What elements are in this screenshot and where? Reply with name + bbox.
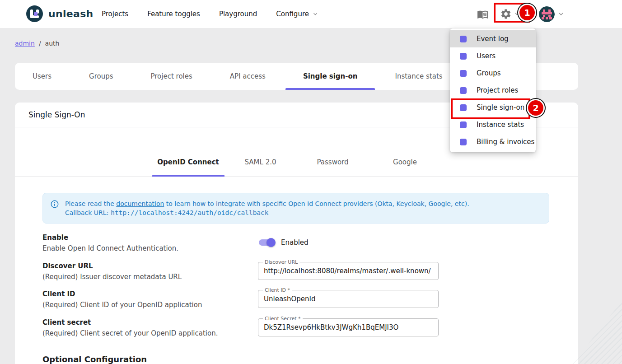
tab-project-roles-label: Project roles xyxy=(151,72,192,80)
menu-item-groups-label: Groups xyxy=(477,69,500,77)
client-id-input-label: Client ID * xyxy=(263,287,292,293)
menu-item-groups[interactable]: Groups xyxy=(450,65,536,82)
menu-item-single-sign-on[interactable]: Single sign-on xyxy=(450,99,536,116)
client-id-labels: Client ID (Required) Client ID of your O… xyxy=(42,290,258,309)
settings-gear-icon[interactable] xyxy=(500,8,512,20)
callback-url-label: Callback URL: xyxy=(65,209,108,216)
documentation-book-icon[interactable] xyxy=(477,9,488,20)
nav-playground-label: Playground xyxy=(219,10,257,18)
menu-item-single-sign-on-label: Single sign-on xyxy=(477,103,524,112)
client-id-field: Client ID * xyxy=(258,290,439,308)
client-secret-input-label: Client Secret * xyxy=(263,316,303,322)
menu-item-billing-invoices-label: Billing & invoices xyxy=(477,138,534,146)
menu-item-project-roles[interactable]: Project roles xyxy=(450,82,536,99)
unleash-logo[interactable]: unleash xyxy=(26,5,94,22)
page-title: Single Sign-On xyxy=(28,110,85,119)
tab-api-access[interactable]: API access xyxy=(212,63,283,90)
menu-square-icon xyxy=(460,104,467,111)
nav-configure[interactable]: Configure xyxy=(276,10,318,18)
documentation-link[interactable]: documentation xyxy=(116,200,164,207)
unleash-logo-icon xyxy=(26,5,43,22)
menu-item-users[interactable]: Users xyxy=(450,47,536,65)
profile-chevron-down-icon[interactable] xyxy=(557,10,565,18)
discover-url-label: Discover URL xyxy=(42,262,258,270)
client-id-description: (Required) Client ID of your OpenID appl… xyxy=(42,301,258,309)
alert-text-after: to learn how to integrate with specific … xyxy=(164,200,469,207)
enable-row: Enable Enable Open Id Connect Authentica… xyxy=(42,233,578,252)
main-nav: Projects Feature toggles Playground Conf… xyxy=(102,0,318,28)
tab-users-label: Users xyxy=(33,72,51,80)
enable-switch-group: Enabled xyxy=(258,233,309,252)
subtab-google-label: Google xyxy=(393,158,417,166)
menu-square-icon xyxy=(460,121,467,128)
subtab-saml[interactable]: SAML 2.0 xyxy=(224,148,297,176)
menu-square-icon xyxy=(460,70,467,77)
menu-item-billing-invoices[interactable]: Billing & invoices xyxy=(450,133,536,150)
nav-playground[interactable]: Playground xyxy=(219,10,257,18)
menu-square-icon xyxy=(460,36,467,42)
subtab-google[interactable]: Google xyxy=(369,148,441,176)
menu-item-event-log-label: Event log xyxy=(477,35,509,43)
subtab-openid-connect-label: OpenID Connect xyxy=(157,158,219,166)
info-icon xyxy=(50,200,59,209)
user-avatar[interactable] xyxy=(539,6,555,22)
breadcrumb: admin / auth xyxy=(15,40,59,47)
nav-projects-label: Projects xyxy=(102,10,128,18)
alert-text: Please read the documentation to learn h… xyxy=(65,199,469,217)
brand-name: unleash xyxy=(48,8,94,19)
menu-item-project-roles-label: Project roles xyxy=(477,86,518,94)
active-tab-indicator xyxy=(285,88,375,90)
discover-url-description: (Required) Issuer discover metadata URL xyxy=(42,273,258,281)
discover-url-row: Discover URL (Required) Issuer discover … xyxy=(42,262,578,281)
enable-toggle[interactable] xyxy=(259,238,274,247)
subtab-password-label: Password xyxy=(317,158,348,166)
menu-item-users-label: Users xyxy=(477,52,496,60)
menu-square-icon xyxy=(460,53,467,60)
nav-configure-label: Configure xyxy=(276,10,309,18)
discover-url-field: Discover URL xyxy=(258,262,439,280)
menu-item-instance-stats-label: Instance stats xyxy=(477,121,524,129)
tab-users[interactable]: Users xyxy=(15,63,69,90)
tab-groups[interactable]: Groups xyxy=(71,63,131,90)
client-secret-row: Client secret (Required) Client secret o… xyxy=(42,318,578,337)
client-secret-labels: Client secret (Required) Client secret o… xyxy=(42,318,258,337)
breadcrumb-separator: / xyxy=(39,40,41,47)
enable-labels: Enable Enable Open Id Connect Authentica… xyxy=(42,233,258,252)
optional-configuration-heading: Optional Configuration xyxy=(42,355,578,364)
subtab-saml-label: SAML 2.0 xyxy=(245,158,276,166)
subtab-openid-connect[interactable]: OpenID Connect xyxy=(152,148,224,176)
tab-project-roles[interactable]: Project roles xyxy=(133,63,210,90)
tab-api-access-label: API access xyxy=(230,72,266,80)
avatar-identicon-icon xyxy=(539,6,555,22)
annotation-badge-2: 2 xyxy=(528,100,543,116)
menu-item-instance-stats[interactable]: Instance stats xyxy=(450,116,536,133)
info-alert: Please read the documentation to learn h… xyxy=(42,193,549,224)
client-secret-label: Client secret xyxy=(42,318,258,327)
subtab-password[interactable]: Password xyxy=(297,148,369,176)
nav-feature-toggles[interactable]: Feature toggles xyxy=(147,10,200,18)
client-id-label: Client ID xyxy=(42,290,258,298)
tab-instance-stats-label: Instance stats xyxy=(395,72,442,80)
discover-url-input-label: Discover URL xyxy=(263,259,299,265)
client-secret-description: (Required) Client secret of your OpenID … xyxy=(42,329,258,337)
alert-text-before: Please read the xyxy=(65,200,116,207)
breadcrumb-current: auth xyxy=(45,40,60,47)
tab-single-sign-on-label: Single sign-on xyxy=(303,72,358,80)
toggle-thumb xyxy=(267,238,276,247)
enable-state-label: Enabled xyxy=(281,238,309,247)
client-id-row: Client ID (Required) Client ID of your O… xyxy=(42,290,578,309)
annotation-badge-1: 1 xyxy=(519,5,535,20)
enable-description: Enable Open Id Connect Authentication. xyxy=(42,244,258,252)
breadcrumb-admin-link[interactable]: admin xyxy=(15,40,35,47)
enable-label: Enable xyxy=(42,233,258,242)
background-corner-art xyxy=(572,301,622,364)
menu-item-event-log[interactable]: Event log xyxy=(450,30,536,47)
menu-square-icon xyxy=(460,87,467,94)
nav-projects[interactable]: Projects xyxy=(102,10,128,18)
chevron-down-icon xyxy=(312,11,318,17)
tab-instance-stats[interactable]: Instance stats xyxy=(377,63,460,90)
menu-square-icon xyxy=(460,139,467,145)
callback-url-value: http://localhost:4242/auth/oidc/callback xyxy=(111,209,268,216)
tab-single-sign-on[interactable]: Single sign-on xyxy=(285,63,375,90)
nav-feature-toggles-label: Feature toggles xyxy=(147,10,200,18)
